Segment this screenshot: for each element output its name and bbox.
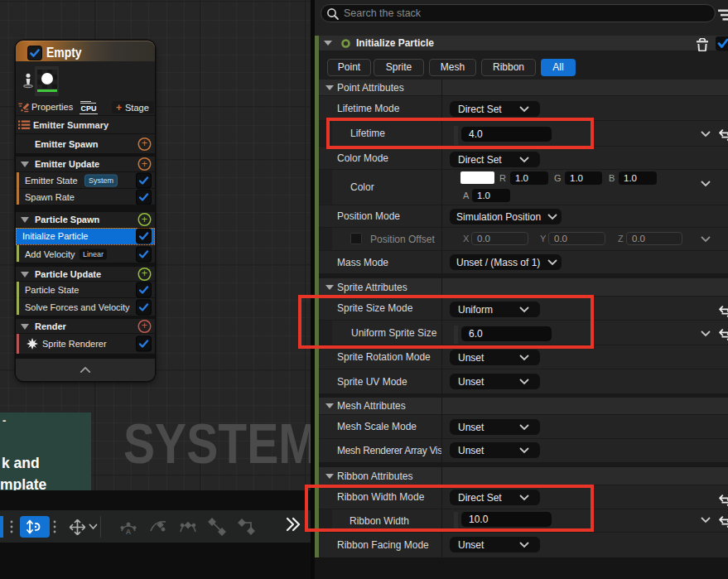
svg-text:A: A	[126, 528, 132, 536]
